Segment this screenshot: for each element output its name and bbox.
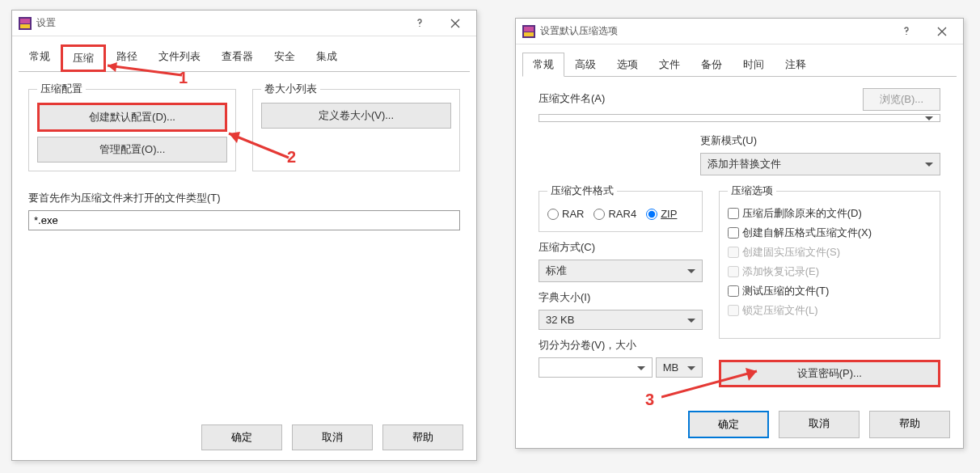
app-icon (19, 17, 32, 30)
cancel-button[interactable]: 取消 (779, 411, 860, 438)
archive-name-combo[interactable] (539, 114, 940, 122)
tab-integration[interactable]: 集成 (306, 44, 348, 72)
check-solid: 创建固实压缩文件(S) (728, 245, 931, 260)
default-compress-dialog: 设置默认压缩选项 常规 高级 选项 文件 备份 时间 注释 压缩文件名(A) 浏… (515, 18, 964, 449)
tab-filelist[interactable]: 文件列表 (148, 44, 211, 72)
split-label: 切分为分卷(V)，大小 (539, 338, 703, 353)
dict-select[interactable]: 32 KB (539, 310, 703, 330)
method-select[interactable]: 标准 (539, 260, 703, 282)
split-size-combo[interactable] (539, 357, 653, 378)
tabstrip: 常规 高级 选项 文件 备份 时间 注释 (516, 44, 963, 77)
radio-zip[interactable]: ZIP (646, 208, 677, 220)
close-button[interactable] (924, 19, 960, 44)
tabstrip: 常规 压缩 路径 文件列表 查看器 安全 集成 (12, 36, 476, 72)
titlebar: 设置 (12, 11, 476, 36)
group-format: 压缩文件格式 RAR RAR4 ZIP (539, 184, 703, 232)
archive-name-label: 压缩文件名(A) (539, 91, 855, 106)
ok-button[interactable]: 确定 (201, 424, 282, 450)
check-sfx[interactable]: 创建自解压格式压缩文件(X) (728, 226, 931, 240)
tab-backup[interactable]: 备份 (691, 53, 733, 77)
check-test[interactable]: 测试压缩的文件(T) (728, 284, 931, 298)
tab-general[interactable]: 常规 (19, 44, 61, 72)
check-lock: 锁定压缩文件(L) (728, 303, 931, 318)
dialog-footer: 确定 取消 帮助 (201, 424, 463, 450)
dialog-title: 设置默认压缩选项 (540, 24, 889, 38)
ok-button[interactable]: 确定 (688, 411, 769, 438)
browse-button: 浏览(B)... (863, 88, 940, 111)
filetypes-label: 要首先作为压缩文件来打开的文件类型(T) (28, 191, 460, 205)
tab-time[interactable]: 时间 (733, 53, 775, 77)
radio-rar[interactable]: RAR (547, 208, 584, 220)
help-button-footer[interactable]: 帮助 (869, 411, 950, 438)
svg-rect-1 (20, 19, 30, 23)
app-icon (522, 25, 535, 38)
tab-files[interactable]: 文件 (648, 53, 691, 77)
settings-dialog: 设置 常规 压缩 路径 文件列表 查看器 安全 集成 压缩配置 创建默认配置(D… (11, 10, 477, 461)
define-volume-button[interactable]: 定义卷大小(V)... (261, 103, 451, 129)
group-compress-config-label: 压缩配置 (37, 82, 86, 96)
set-password-button[interactable]: 设置密码(P)... (719, 360, 940, 387)
tab-general[interactable]: 常规 (522, 53, 564, 77)
svg-rect-2 (20, 24, 30, 28)
update-mode-select[interactable]: 添加并替换文件 (700, 153, 940, 175)
help-button[interactable] (402, 11, 437, 36)
tab-security[interactable]: 安全 (264, 44, 306, 72)
close-button[interactable] (437, 11, 473, 36)
tab-options[interactable]: 选项 (606, 53, 648, 77)
radio-rar4[interactable]: RAR4 (593, 208, 636, 220)
cancel-button[interactable]: 取消 (292, 424, 373, 450)
check-recovery: 添加恢复记录(E) (728, 264, 931, 279)
group-format-label: 压缩文件格式 (547, 184, 617, 198)
method-label: 压缩方式(C) (539, 240, 703, 255)
dialog-title: 设置 (36, 16, 402, 30)
group-options: 压缩选项 压缩后删除原来的文件(D) 创建自解压格式压缩文件(X) 创建固实压缩… (719, 184, 940, 339)
filetypes-input[interactable] (28, 210, 460, 230)
tab-paths[interactable]: 路径 (106, 44, 148, 72)
titlebar: 设置默认压缩选项 (516, 19, 963, 44)
update-mode-label: 更新模式(U) (700, 133, 940, 148)
group-volume-label: 卷大小列表 (261, 82, 320, 96)
svg-rect-8 (524, 27, 534, 32)
check-delete[interactable]: 压缩后删除原来的文件(D) (728, 206, 931, 221)
svg-rect-9 (524, 32, 534, 36)
tab-advanced[interactable]: 高级 (564, 53, 606, 77)
split-unit-select[interactable]: MB (656, 357, 703, 378)
help-button[interactable] (889, 19, 924, 44)
tab-viewer[interactable]: 查看器 (211, 44, 264, 72)
tab-comment[interactable]: 注释 (775, 53, 817, 77)
group-volume-list: 卷大小列表 定义卷大小(V)... (252, 82, 460, 171)
manage-config-button[interactable]: 管理配置(O)... (37, 137, 227, 163)
group-options-label: 压缩选项 (728, 184, 776, 198)
tab-compression[interactable]: 压缩 (61, 44, 106, 72)
help-button-footer[interactable]: 帮助 (382, 424, 463, 450)
dialog-footer: 确定 取消 帮助 (688, 411, 950, 438)
create-default-button[interactable]: 创建默认配置(D)... (37, 103, 227, 132)
group-compress-config: 压缩配置 创建默认配置(D)... 管理配置(O)... (28, 82, 236, 171)
dict-label: 字典大小(I) (539, 290, 703, 305)
